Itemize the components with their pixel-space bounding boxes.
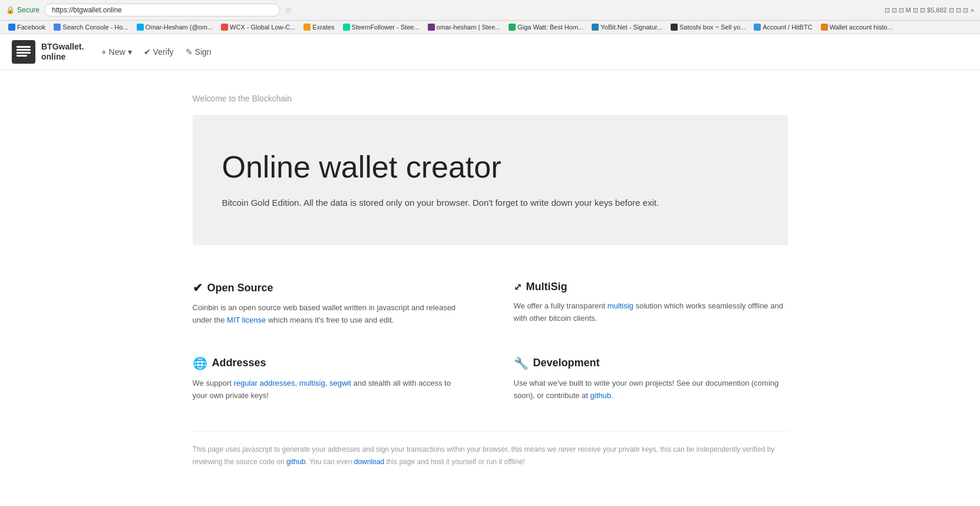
pencil-icon: ✎ — [186, 47, 193, 57]
secure-label: Secure — [17, 6, 39, 14]
feature-open-source-title: ✔ Open Source — [193, 281, 467, 295]
feature-development-desc: Use what we've built to write your own p… — [514, 377, 788, 402]
feature-addresses-desc: We support regular addresses, multisig, … — [193, 377, 467, 402]
verify-nav-item[interactable]: ✔ Verify — [144, 47, 174, 57]
site-logo[interactable]: BTGwallet.online — [12, 40, 84, 64]
svg-rect-1 — [17, 49, 31, 51]
svg-rect-2 — [17, 52, 31, 54]
hero-section: Online wallet creator Bitcoin Gold Editi… — [193, 115, 788, 245]
feature-development: 🔧 Development Use what we've built to wr… — [514, 356, 788, 402]
feature-addresses-title: 🌐 Addresses — [193, 356, 467, 370]
segwit-link[interactable]: segwit — [329, 379, 351, 387]
star-icon[interactable]: ☆ — [285, 5, 292, 15]
bookmark-search-console[interactable]: Search Console - Ho... — [50, 22, 131, 32]
bookmark-omar[interactable]: Omar-Hesham (@om... — [133, 22, 216, 32]
download-link[interactable]: download — [354, 458, 384, 466]
github-footer-link[interactable]: github — [286, 458, 306, 466]
features-grid: ✔ Open Source Coinbin is an open source … — [193, 281, 788, 402]
feature-open-source-desc: Coinbin is an open source web based wall… — [193, 302, 467, 327]
bookmarks-bar: Facebook Search Console - Ho... Omar-Hes… — [0, 21, 980, 34]
bookmark-steemfollower[interactable]: SteemFollower - Stee... — [339, 22, 423, 32]
new-dropdown-icon[interactable]: ▾ — [128, 47, 132, 57]
regular-addresses-link[interactable]: regular addresses — [233, 379, 295, 387]
feature-multisig-title: ⤢ MultiSig — [514, 281, 788, 293]
new-nav-item[interactable]: + New ▾ — [101, 47, 131, 57]
nav-items: + New ▾ ✔ Verify ✎ Sign — [101, 47, 211, 57]
feature-addresses: 🌐 Addresses We support regular addresses… — [193, 356, 467, 402]
url-bar[interactable]: https://btgwallet.online — [44, 4, 280, 17]
hero-subtitle: Bitcoin Gold Edition. All the data is st… — [222, 196, 694, 210]
wrench-icon: 🔧 — [514, 356, 529, 370]
bookmark-omar-hesham[interactable]: omar-hesham | Stee... — [424, 22, 504, 32]
lock-icon: 🔒 — [6, 6, 15, 14]
feature-multisig: ⤢ MultiSig We offer a fully transparent … — [514, 281, 788, 327]
bookmark-wallet-history[interactable]: Wallet account histo... — [817, 22, 896, 32]
feature-development-title: 🔧 Development — [514, 356, 788, 370]
bookmark-yobit[interactable]: YoBit.Net - Signatur... — [588, 22, 666, 32]
multisig-icon: ⤢ — [514, 281, 522, 293]
main-content: Welcome to the Blockchain Online wallet … — [181, 70, 800, 491]
secure-badge: 🔒 Secure — [6, 6, 39, 14]
sign-label: Sign — [195, 47, 212, 57]
feature-open-source: ✔ Open Source Coinbin is an open source … — [193, 281, 467, 327]
mit-license-link[interactable]: MIT license — [227, 316, 266, 324]
site-nav: BTGwallet.online + New ▾ ✔ Verify ✎ Sign — [0, 34, 980, 70]
new-label: New — [109, 47, 126, 57]
svg-rect-3 — [17, 55, 27, 57]
more-icon[interactable]: » — [971, 6, 974, 14]
check-icon: ✔ — [144, 47, 151, 57]
bookmark-wcx[interactable]: WCX - Global Low-C... — [217, 22, 299, 32]
sign-nav-item[interactable]: ✎ Sign — [186, 47, 212, 57]
plus-icon: + — [101, 47, 106, 57]
bookmark-hitbtc[interactable]: Account / HitBTC — [750, 22, 816, 32]
verify-label: Verify — [153, 47, 174, 57]
browser-actions: ⊡ ⊡ ⊡ M ⊡ ⊡ $5,882 ⊡ ⊡ ⊡ » — [885, 6, 974, 14]
logo-icon — [12, 40, 35, 64]
bookmark-facebook[interactable]: Facebook — [5, 22, 49, 32]
browser-bar: 🔒 Secure https://btgwallet.online ☆ ⊡ ⊡ … — [0, 0, 980, 21]
multisig-addresses-link[interactable]: multisig — [299, 379, 325, 387]
multisig-link[interactable]: multisig — [608, 301, 633, 310]
checkmark-icon: ✔ — [193, 281, 203, 295]
welcome-text: Welcome to the Blockchain — [193, 94, 788, 103]
hero-title: Online wallet creator — [222, 150, 758, 184]
svg-rect-0 — [17, 46, 31, 48]
footer-note: This page uses javascript to generate yo… — [193, 431, 788, 468]
extension-icons: ⊡ ⊡ ⊡ M ⊡ ⊡ $5,882 ⊡ ⊡ ⊡ — [885, 6, 968, 14]
globe-icon: 🌐 — [193, 356, 207, 370]
feature-multisig-desc: We offer a fully transparent multisig so… — [514, 300, 788, 325]
bookmark-satoshi[interactable]: Satoshi box ~ Sell yo... — [667, 22, 749, 32]
bookmark-gigawatt[interactable]: Giga Watt: Best Hom... — [505, 22, 587, 32]
logo-text: BTGwallet.online — [41, 42, 84, 62]
bookmark-exrates[interactable]: Exrates — [300, 22, 338, 32]
github-dev-link[interactable]: github — [590, 391, 611, 400]
